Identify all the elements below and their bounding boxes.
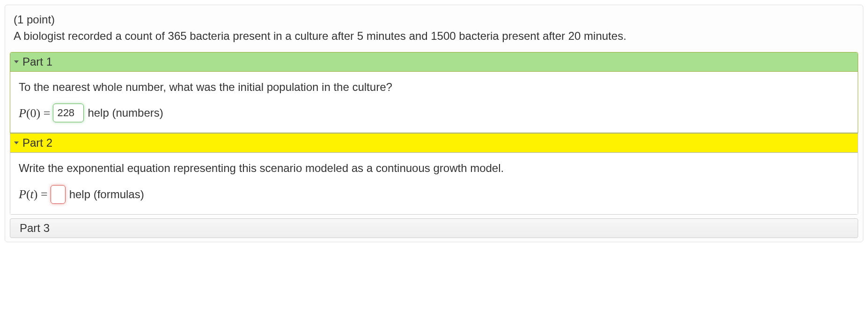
- part-2-question: Write the exponential equation represent…: [19, 160, 849, 177]
- part-3-section: Part 3: [10, 218, 858, 238]
- part-1-lhs: P(0) =: [19, 104, 50, 122]
- problem-container: (1 point) A biologist recorded a count o…: [5, 5, 863, 242]
- part-2-answer-row: P(t) = help (formulas): [19, 185, 849, 204]
- part-2-answer-input[interactable]: [51, 185, 66, 204]
- part-2-title: Part 2: [22, 136, 52, 149]
- lhs-var: P: [19, 106, 26, 120]
- part-1-question: To the nearest whole number, what was th…: [19, 79, 849, 96]
- points-label: (1 point): [14, 13, 55, 26]
- part-2-lhs: P(t) =: [19, 186, 48, 203]
- part-1-answer-row: P(0) = help (numbers): [19, 104, 849, 122]
- equals-sign: =: [40, 106, 50, 120]
- problem-prompt: A biologist recorded a count of 365 bact…: [14, 30, 626, 42]
- caret-down-icon: [14, 142, 19, 144]
- problem-header: (1 point) A biologist recorded a count o…: [5, 5, 863, 49]
- lhs-arg: (t): [26, 187, 38, 201]
- part-1-section: Part 1 To the nearest whole number, what…: [10, 52, 858, 134]
- part-1-header[interactable]: Part 1: [10, 52, 858, 72]
- part-1-help-link[interactable]: help (numbers): [88, 105, 163, 121]
- lhs-arg: (0): [26, 106, 40, 120]
- part-2-section: Part 2 Write the exponential equation re…: [10, 133, 858, 215]
- part-1-answer-input[interactable]: [53, 104, 84, 122]
- equals-sign: =: [37, 187, 47, 201]
- part-2-help-link[interactable]: help (formulas): [69, 186, 144, 203]
- part-2-header[interactable]: Part 2: [10, 134, 858, 153]
- part-3-title: Part 3: [20, 222, 50, 235]
- part-3-header[interactable]: Part 3: [10, 219, 858, 238]
- lhs-var: P: [19, 187, 26, 201]
- caret-down-icon: [14, 60, 19, 63]
- part-1-body: To the nearest whole number, what was th…: [10, 72, 858, 133]
- part-1-title: Part 1: [22, 55, 52, 68]
- part-2-body: Write the exponential equation represent…: [10, 153, 858, 214]
